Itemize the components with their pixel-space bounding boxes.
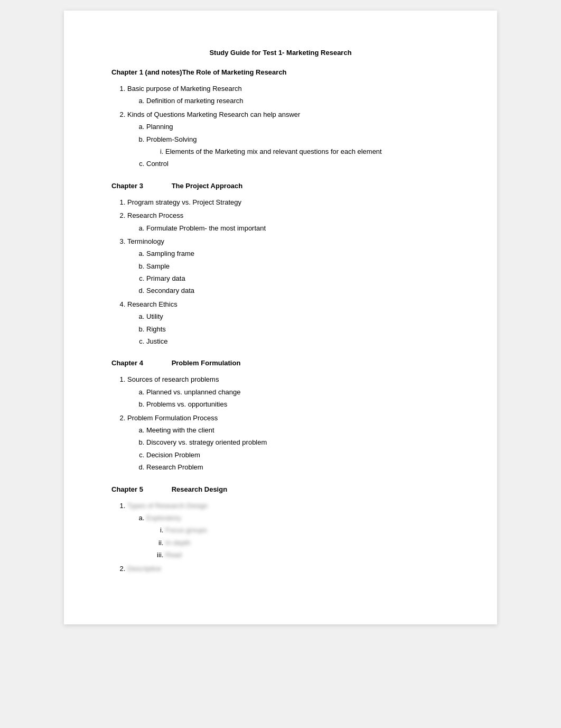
- chapter1-label: Chapter 1 (and notes): [111, 68, 182, 76]
- list-item: Discovery vs. strategy oriented problem: [146, 436, 450, 448]
- chapter3-sublist3: Utility Rights Justice: [146, 310, 450, 347]
- list-item: Problem-Solving Elements of the Marketin…: [146, 133, 450, 158]
- list-item: Types of Research Design Exploratory Foc…: [127, 500, 450, 561]
- list-item: Focus groups: [165, 524, 450, 536]
- list-item: Justice: [146, 335, 450, 347]
- list-item: Exploratory Focus groups In-depth Read: [146, 512, 450, 561]
- blurred-text-5: Read: [165, 551, 182, 559]
- blurred-text-2: Exploratory: [146, 514, 181, 522]
- list-item: Decision Problem: [146, 449, 450, 461]
- chapter4-list: Sources of research problems Planned vs.…: [127, 373, 450, 473]
- chapter1-sublist1: Definition of marketing research: [146, 95, 450, 107]
- list-item: Sources of research problems Planned vs.…: [127, 373, 450, 410]
- blurred-text-4: In-depth: [165, 539, 191, 547]
- chapter5-sublist1: Exploratory Focus groups In-depth Read: [146, 512, 450, 561]
- chapter3-list: Program strategy vs. Project Strategy Re…: [127, 196, 450, 348]
- list-item: Program strategy vs. Project Strategy: [127, 196, 450, 208]
- blurred-text-3: Focus groups: [165, 526, 207, 534]
- list-item: Basic purpose of Marketing Research Defi…: [127, 82, 450, 107]
- chapter5-section: Chapter 5 Research Design Types of Resea…: [111, 485, 450, 575]
- chapter1-list: Basic purpose of Marketing Research Defi…: [127, 82, 450, 170]
- list-item: Primary data: [146, 272, 450, 284]
- chapter5-heading: Chapter 5 Research Design: [111, 485, 450, 493]
- list-item: Secondary data: [146, 284, 450, 297]
- list-item: Definition of marketing research: [146, 95, 450, 107]
- chapter4-label: Chapter 4: [111, 359, 170, 367]
- chapter4-heading: Chapter 4 Problem Formulation: [111, 359, 450, 367]
- chapter1-section: Chapter 1 (and notes)The Role of Marketi…: [111, 68, 450, 170]
- chapter4-section: Chapter 4 Problem Formulation Sources of…: [111, 359, 450, 473]
- list-item: Formulate Problem- the most important: [146, 222, 450, 234]
- blurred-text-6: Descriptive: [127, 565, 161, 573]
- list-item: Sample: [146, 260, 450, 272]
- chapter5-sublist1a: Focus groups In-depth Read: [165, 524, 450, 561]
- list-item: Descriptive: [127, 563, 450, 575]
- chapter3-sublist2: Sampling frame Sample Primary data Secon…: [146, 247, 450, 297]
- chapter3-section: Chapter 3 The Project Approach Program s…: [111, 182, 450, 348]
- chapter1-sublist2: Planning Problem-Solving Elements of the…: [146, 121, 450, 170]
- chapter1-heading: Chapter 1 (and notes)The Role of Marketi…: [111, 68, 450, 76]
- chapter3-title: The Project Approach: [172, 182, 243, 190]
- chapter5-label: Chapter 5: [111, 485, 170, 493]
- document-page: Study Guide for Test 1- Marketing Resear…: [64, 11, 497, 624]
- list-item: Meeting with the client: [146, 424, 450, 436]
- list-item: Research Process Formulate Problem- the …: [127, 209, 450, 234]
- list-item: Kinds of Questions Marketing Research ca…: [127, 108, 450, 170]
- list-item: Problems vs. opportunities: [146, 398, 450, 410]
- list-item: Planned vs. unplanned change: [146, 386, 450, 398]
- chapter3-heading: Chapter 3 The Project Approach: [111, 182, 450, 190]
- document-title: Study Guide for Test 1- Marketing Resear…: [111, 49, 450, 57]
- chapter4-sublist2: Meeting with the client Discovery vs. st…: [146, 424, 450, 474]
- chapter1-sublist2b: Elements of the Marketing mix and releva…: [165, 145, 450, 158]
- list-item: Rights: [146, 323, 450, 335]
- chapter3-label: Chapter 3: [111, 182, 170, 190]
- chapter5-list: Types of Research Design Exploratory Foc…: [127, 500, 450, 575]
- chapter5-title: Research Design: [172, 485, 228, 493]
- list-item: Utility: [146, 310, 450, 322]
- blurred-text-1: Types of Research Design: [127, 502, 208, 510]
- list-item: In-depth: [165, 537, 450, 549]
- list-item: Elements of the Marketing mix and releva…: [165, 145, 450, 158]
- list-item: Research Problem: [146, 461, 450, 473]
- list-item: Read: [165, 549, 450, 561]
- chapter4-sublist1: Planned vs. unplanned change Problems vs…: [146, 386, 450, 411]
- chapter3-sublist1: Formulate Problem- the most important: [146, 222, 450, 234]
- list-item: Planning: [146, 121, 450, 133]
- chapter4-title: Problem Formulation: [172, 359, 241, 367]
- list-item: Problem Formulation Process Meeting with…: [127, 412, 450, 474]
- list-item: Control: [146, 158, 450, 170]
- list-item: Terminology Sampling frame Sample Primar…: [127, 235, 450, 297]
- list-item: Sampling frame: [146, 247, 450, 260]
- list-item: Research Ethics Utility Rights Justice: [127, 298, 450, 348]
- chapter1-title: The Role of Marketing Research: [182, 68, 287, 76]
